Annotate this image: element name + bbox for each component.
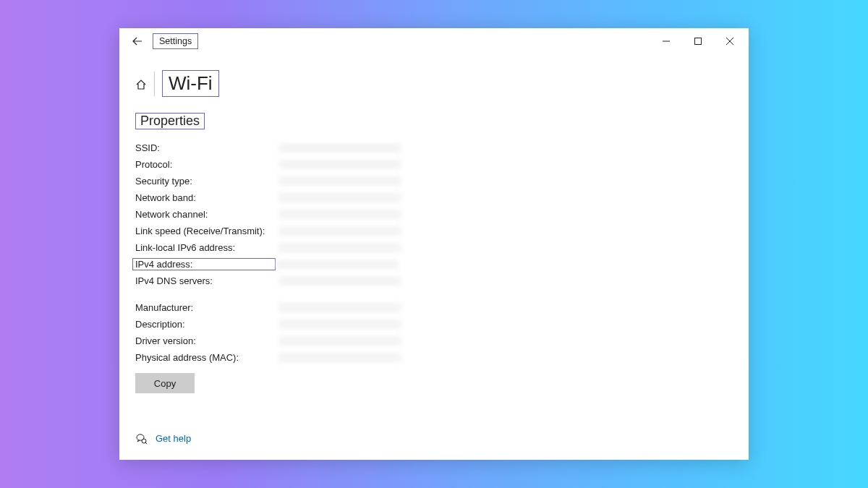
property-row: Link-local IPv6 address: xyxy=(135,239,749,256)
property-label: Physical address (MAC): xyxy=(135,352,278,363)
property-label: Description: xyxy=(135,319,278,330)
back-button[interactable] xyxy=(127,30,148,52)
property-value-redacted xyxy=(278,193,401,202)
property-label: Link-local IPv6 address: xyxy=(135,242,278,253)
property-row: Protocol: xyxy=(135,156,749,173)
property-label: Link speed (Receive/Transmit): xyxy=(135,226,278,236)
window-controls xyxy=(650,30,746,52)
content-area: Properties SSID:Protocol:Security type:N… xyxy=(135,113,749,393)
property-value-redacted xyxy=(278,336,401,346)
app-title: Settings xyxy=(153,33,198,49)
property-row: Security type: xyxy=(135,173,749,189)
property-value-redacted xyxy=(278,320,401,329)
section-title: Properties xyxy=(135,113,205,129)
property-value-redacted xyxy=(278,243,401,252)
property-row: Network channel: xyxy=(135,206,749,223)
arrow-left-icon xyxy=(132,35,143,47)
copy-button[interactable]: Copy xyxy=(135,373,195,393)
property-value-redacted xyxy=(278,276,401,286)
settings-window: Settings Wi-Fi Properties SSID:Protocol:… xyxy=(119,28,749,460)
minimize-icon xyxy=(663,38,670,45)
properties-list: SSID:Protocol:Security type:Network band… xyxy=(135,135,749,366)
header-row: Wi-Fi xyxy=(135,70,749,97)
property-row: Network band: xyxy=(135,189,749,206)
property-label: IPv4 address: xyxy=(132,258,276,270)
close-button[interactable] xyxy=(714,30,746,52)
property-row: SSID: xyxy=(135,140,749,156)
property-label: Protocol: xyxy=(135,159,278,170)
property-value-redacted xyxy=(278,160,401,169)
get-help-link[interactable]: Get help xyxy=(156,433,191,444)
header-divider xyxy=(154,72,155,96)
help-row: Get help xyxy=(135,432,191,444)
property-value-redacted xyxy=(276,260,399,269)
close-icon xyxy=(726,38,733,45)
property-value-redacted xyxy=(278,353,401,362)
titlebar: Settings xyxy=(119,28,749,54)
minimize-button[interactable] xyxy=(650,30,682,52)
property-row: Description: xyxy=(135,316,749,333)
home-icon[interactable] xyxy=(135,79,147,90)
property-value-redacted xyxy=(278,176,401,186)
property-label: IPv4 DNS servers: xyxy=(135,275,278,286)
help-icon xyxy=(135,432,147,444)
property-row: IPv4 DNS servers: xyxy=(135,273,749,289)
property-row: Link speed (Receive/Transmit): xyxy=(135,223,749,239)
svg-rect-0 xyxy=(695,38,702,45)
property-label: Driver version: xyxy=(135,335,278,346)
property-label: Network channel: xyxy=(135,209,278,220)
maximize-icon xyxy=(694,38,702,45)
property-value-redacted xyxy=(278,143,401,153)
property-value-redacted xyxy=(278,226,401,236)
titlebar-left: Settings xyxy=(127,30,198,52)
property-label: Network band: xyxy=(135,192,278,203)
property-label: SSID: xyxy=(135,142,278,153)
maximize-button[interactable] xyxy=(682,30,714,52)
page-title: Wi-Fi xyxy=(162,70,219,97)
property-value-redacted xyxy=(278,303,401,312)
property-row: Driver version: xyxy=(135,333,749,349)
property-label: Manufacturer: xyxy=(135,302,278,313)
property-row: Physical address (MAC): xyxy=(135,349,749,366)
property-row: Manufacturer: xyxy=(135,299,749,316)
property-label: Security type: xyxy=(135,176,278,187)
property-row: IPv4 address: xyxy=(135,256,749,273)
property-value-redacted xyxy=(278,210,401,219)
